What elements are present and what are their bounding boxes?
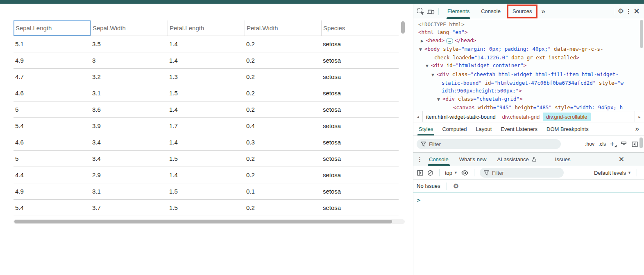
table-row[interactable]: 4.93.11.50.1setosa (14, 183, 399, 200)
table-cell[interactable]: 4.6 (14, 134, 91, 150)
code-line[interactable]: static-bound" id="htmlwidget-47c06bf0ba6… (418, 79, 644, 87)
table-cell[interactable]: setosa (321, 134, 399, 150)
table-cell[interactable]: setosa (321, 52, 399, 68)
tab-layout[interactable]: Layout (471, 122, 496, 135)
table-cell[interactable]: setosa (321, 69, 399, 85)
table-row[interactable]: 53.61.40.2setosa (14, 101, 399, 118)
table-cell[interactable]: setosa (321, 200, 399, 216)
table-cell[interactable]: 0.2 (245, 85, 321, 101)
table-cell[interactable]: 5.4 (14, 200, 91, 216)
table-cell[interactable]: 4.7 (14, 69, 91, 85)
table-cell[interactable]: 3.6 (91, 101, 168, 117)
table-cell[interactable]: 4.4 (14, 167, 91, 183)
close-drawer-icon[interactable]: ✕ (619, 155, 624, 164)
table-cell[interactable]: 3.7 (91, 200, 168, 216)
table-row[interactable]: 5.13.51.40.2setosa (14, 36, 399, 52)
context-selector[interactable]: top▼ (445, 170, 458, 176)
code-line[interactable]: idth:960px;height:500px;"> (418, 87, 644, 95)
table-cell[interactable]: setosa (321, 101, 399, 117)
table-cell[interactable]: setosa (321, 167, 399, 183)
table-row[interactable]: 4.931.40.2setosa (14, 52, 399, 69)
column-header[interactable]: Sepal.Width (91, 20, 168, 36)
table-cell[interactable]: 0.2 (245, 52, 321, 68)
log-levels-selector[interactable]: Default levels▼ (594, 170, 631, 176)
table-cell[interactable]: 0.1 (245, 183, 321, 199)
settings-gear-icon[interactable]: ⚙ (618, 7, 624, 16)
table-cell[interactable]: 0.2 (245, 200, 321, 216)
table-cell[interactable]: setosa (321, 151, 399, 167)
column-header[interactable]: Petal.Length (168, 20, 245, 36)
table-cell[interactable]: 0.3 (245, 134, 321, 150)
table-cell[interactable]: setosa (321, 36, 399, 52)
vertical-scrollbar-thumb[interactable] (401, 21, 405, 34)
inline-expand-button[interactable]: … (446, 38, 453, 44)
code-line[interactable]: ▶<head>…</head> (418, 36, 644, 45)
code-line[interactable]: ▼<div class="cheetah html-widget html-fi… (418, 70, 644, 79)
table-cell[interactable]: 5 (14, 101, 91, 117)
table-cell[interactable]: 2.9 (91, 167, 168, 183)
collapse-arrow-icon[interactable]: ▼ (431, 71, 437, 79)
table-cell[interactable]: setosa (321, 183, 399, 199)
table-cell[interactable]: 5.1 (14, 36, 91, 52)
toggle-class-button[interactable]: .cls (599, 141, 606, 147)
table-cell[interactable]: 1.4 (168, 167, 245, 183)
new-style-rule-button[interactable]: + (610, 141, 615, 147)
code-line[interactable]: <html lang="en"> (418, 28, 644, 36)
live-expression-eye-icon[interactable] (461, 169, 469, 177)
column-header[interactable]: Species (321, 20, 399, 36)
breadcrumb-left-arrow-icon[interactable]: ◂ (413, 111, 423, 122)
table-row[interactable]: 4.63.41.40.3setosa (14, 134, 399, 151)
table-cell[interactable]: 3.1 (91, 183, 168, 199)
table-cell[interactable]: 0.2 (245, 101, 321, 117)
more-options-icon[interactable]: ⋮ (626, 8, 632, 15)
collapse-arrow-icon[interactable]: ▼ (419, 46, 424, 54)
horizontal-scrollbar-thumb[interactable] (14, 220, 392, 223)
code-line[interactable]: ▼<div id="htmlwidget_container"> (418, 61, 644, 70)
table-cell[interactable]: 1.4 (168, 52, 245, 68)
device-toolbar-icon[interactable] (426, 7, 435, 16)
table-cell[interactable]: 4.9 (14, 183, 91, 199)
table-cell[interactable]: 3.2 (91, 69, 168, 85)
breadcrumb-item[interactable]: item.html-widget-static-bound (423, 113, 499, 121)
console-prompt[interactable]: > (413, 193, 644, 203)
table-cell[interactable]: 1.7 (168, 118, 245, 134)
table-cell[interactable]: 5.4 (14, 118, 91, 134)
collapse-arrow-icon[interactable]: ▼ (426, 62, 431, 70)
show-sidebar-icon[interactable] (631, 141, 638, 148)
tab-computed[interactable]: Computed (438, 122, 471, 135)
table-cell[interactable]: 3.4 (91, 134, 168, 150)
expand-arrow-icon[interactable]: ▶ (421, 37, 426, 45)
styles-scrollbar-thumb[interactable] (639, 138, 643, 148)
table-cell[interactable]: 5 (14, 151, 91, 167)
rendering-brush-icon[interactable] (620, 141, 627, 148)
tab-console[interactable]: Console (476, 4, 506, 19)
console-sidebar-icon[interactable] (417, 169, 424, 176)
table-cell[interactable]: 0.2 (245, 167, 321, 183)
table-row[interactable]: 5.43.71.50.2setosa (14, 200, 399, 216)
code-line[interactable]: ▼<div class="cheetah-grid"> (418, 95, 644, 104)
breadcrumb-right-arrow-icon[interactable]: ▸ (635, 111, 644, 122)
close-devtools-icon[interactable]: ✕ (633, 7, 640, 16)
table-cell[interactable]: 3.4 (91, 151, 168, 167)
collapse-arrow-icon[interactable]: ▼ (437, 96, 442, 104)
table-cell[interactable]: setosa (321, 118, 399, 134)
table-row[interactable]: 4.63.11.50.2setosa (14, 85, 399, 101)
table-cell[interactable]: 0.4 (245, 118, 321, 134)
table-cell[interactable]: 1.3 (168, 69, 245, 85)
table-cell[interactable]: 1.5 (168, 151, 245, 167)
table-cell[interactable]: 4.6 (14, 85, 91, 101)
styles-filter-input[interactable]: Filter (417, 139, 561, 149)
tab-dom-breakpoints[interactable]: DOM Breakpoints (542, 122, 593, 135)
table-row[interactable]: 4.42.91.40.2setosa (14, 167, 399, 183)
table-cell[interactable]: 1.5 (168, 85, 245, 101)
table-cell[interactable]: 3 (91, 52, 168, 68)
issues-count-label[interactable]: No Issues (417, 183, 440, 189)
code-line[interactable]: <!DOCTYPE html> (418, 20, 644, 28)
drawer-tab-console[interactable]: Console (424, 153, 454, 166)
inspect-element-icon[interactable] (417, 7, 425, 16)
table-cell[interactable]: 1.5 (168, 200, 245, 216)
column-header[interactable]: Sepal.Length (14, 20, 91, 36)
table-cell[interactable]: 3.9 (91, 118, 168, 134)
table-cell[interactable]: 1.4 (168, 101, 245, 117)
table-cell[interactable]: 4.9 (14, 52, 91, 68)
